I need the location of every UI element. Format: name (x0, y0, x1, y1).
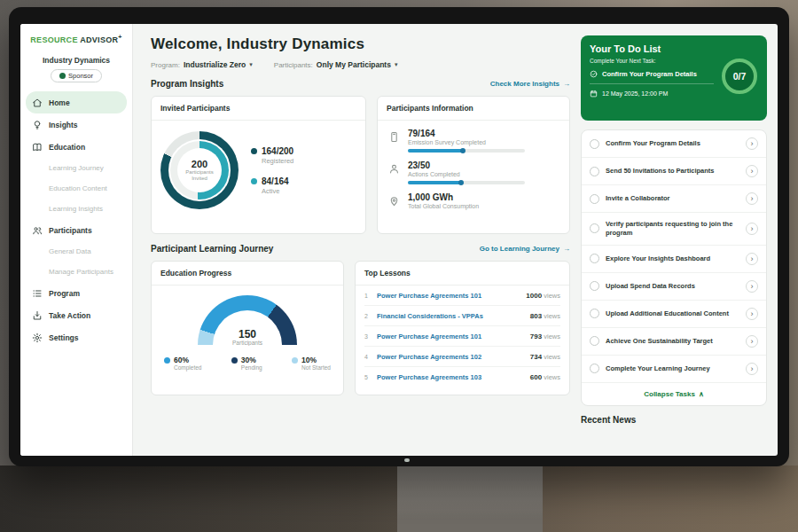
sidebar-item-home[interactable]: Home (26, 91, 127, 113)
invited-donut-chart: 200 Participants Invited (160, 131, 239, 209)
chevron-right-icon[interactable]: › (746, 280, 758, 293)
lesson-row[interactable]: 1 Power Purchase Agreements 101 1000 vie… (364, 286, 560, 306)
task-row[interactable]: Achieve One Sustainability Target › (582, 328, 766, 356)
legend-registered: 164/200 Registered (251, 146, 293, 165)
arrow-right-icon: → (563, 245, 570, 253)
sponsor-icon (59, 73, 66, 79)
learning-journey-title: Participant Learning Journey (151, 244, 273, 254)
org-name: Industry Dynamics (20, 56, 132, 65)
power-led (404, 458, 410, 462)
task-row[interactable]: Confirm Your Program Details › (582, 130, 766, 158)
stat-global-consumption: 1,000 GWh Total Global Consumption (388, 192, 559, 209)
participants-filter-value: Only My Participants (317, 60, 391, 69)
sidebar-item-general-data[interactable]: General Data (20, 241, 132, 262)
arrow-right-icon: → (563, 80, 570, 88)
recent-news-title: Recent News (581, 415, 767, 425)
go-to-learning-journey-link[interactable]: Go to Learning Journey → (480, 245, 570, 253)
program-filter[interactable]: Program: Industrialize Zero ▾ (151, 60, 253, 69)
chevron-right-icon[interactable]: › (746, 308, 758, 320)
sidebar-item-education[interactable]: Education (26, 136, 127, 158)
task-checkbox[interactable] (590, 139, 599, 149)
chevron-right-icon[interactable]: › (746, 192, 758, 205)
program-filter-label: Program: (151, 61, 180, 69)
sponsor-badge[interactable]: Sponsor (51, 69, 102, 82)
chevron-right-icon[interactable]: › (746, 253, 758, 265)
task-row[interactable]: Complete Your Learning Journey › (582, 356, 766, 383)
card-title: Participants Information (378, 97, 569, 121)
sidebar-item-learning-insights[interactable]: Learning Insights (20, 199, 132, 219)
sidebar-item-label: Program (49, 289, 80, 298)
sidebar-subitem-label: Education Content (49, 184, 107, 192)
task-checkbox[interactable] (590, 167, 599, 176)
task-checkbox[interactable] (590, 194, 599, 204)
collapse-tasks-link[interactable]: Collapse Tasks ∧ (582, 383, 766, 405)
sidebar-item-manage-participants[interactable]: Manage Participants (20, 262, 132, 282)
logo-advisor: ADVISOR (80, 35, 118, 44)
task-row[interactable]: Upload Spend Data Records › (582, 273, 766, 301)
sidebar-item-participants[interactable]: Participants (26, 219, 127, 241)
chevron-right-icon[interactable]: › (746, 335, 758, 348)
card-title: Invited Participants (152, 97, 365, 121)
task-row[interactable]: Explore Your Insights Dashboard › (582, 246, 766, 273)
sidebar-item-program[interactable]: Program (26, 282, 127, 304)
lesson-link[interactable]: Power Purchase Agreements 101 (377, 292, 520, 300)
completed-dot-icon (164, 357, 170, 364)
todo-title: Your To Do List (590, 43, 758, 54)
sidebar-item-settings[interactable]: Settings (26, 326, 127, 348)
participants-filter[interactable]: Participants: Only My Participants ▾ (274, 60, 398, 69)
lesson-row[interactable]: 2 Financial Considerations - VPPAs 803 v… (364, 306, 560, 326)
lesson-link[interactable]: Power Purchase Agreements 101 (377, 332, 524, 340)
task-checkbox[interactable] (590, 223, 599, 233)
chevron-right-icon[interactable]: › (746, 137, 758, 150)
card-title: Top Lessons (356, 262, 569, 286)
task-row[interactable]: Upload Additional Educational Content › (582, 301, 766, 328)
task-checkbox[interactable] (590, 254, 599, 263)
chevron-right-icon[interactable]: › (746, 363, 758, 375)
lesson-row[interactable]: 5 Power Purchase Agreements 103 600 view… (364, 367, 560, 387)
not-started-dot-icon (292, 357, 298, 364)
gauge-center-value: 150 (198, 329, 297, 340)
donut-center-label: Participants Invited (182, 169, 217, 183)
sidebar-subitem-label: Learning Journey (49, 164, 104, 172)
check-more-insights-link[interactable]: Check More Insights → (490, 80, 570, 88)
lesson-row[interactable]: 4 Power Purchase Agreements 102 734 view… (364, 347, 560, 367)
book-icon (32, 142, 43, 153)
people-icon (32, 225, 43, 236)
legend-completed: 60% Completed (164, 356, 201, 371)
todo-next-task[interactable]: Confirm Your Program Details (590, 70, 714, 84)
stat-emission-survey: 79/164 Emission Survey Completed (388, 129, 559, 153)
lesson-link[interactable]: Financial Considerations - VPPAs (377, 312, 524, 320)
main-content: Welcome, Industry Dynamics Program: Indu… (133, 24, 581, 456)
card-title: Education Progress (152, 262, 343, 286)
task-checkbox[interactable] (590, 364, 599, 373)
person-icon (388, 162, 400, 174)
task-row[interactable]: Verify participants requesting to join t… (582, 213, 766, 246)
program-insights-title: Program Insights (151, 79, 223, 89)
lesson-row[interactable]: 3 Power Purchase Agreements 101 793 view… (364, 326, 560, 347)
task-checkbox[interactable] (590, 281, 599, 291)
home-icon (32, 98, 43, 108)
app-logo: RESOURCE ADVISOR+ (20, 34, 132, 44)
sidebar-item-label: Take Action (49, 311, 90, 320)
monitor-bezel: RESOURCE ADVISOR+ Industry Dynamics Spon… (9, 7, 789, 466)
task-row[interactable]: Send 50 Invitations to Participants › (582, 158, 766, 185)
task-checkbox[interactable] (590, 336, 599, 346)
location-pin-icon (388, 194, 400, 206)
chevron-down-icon: ▾ (395, 61, 398, 68)
lesson-link[interactable]: Power Purchase Agreements 103 (377, 373, 524, 381)
sidebar-item-education-content[interactable]: Education Content (20, 178, 132, 199)
sidebar-item-learning-journey[interactable]: Learning Journey (20, 158, 132, 178)
chevron-right-icon[interactable]: › (746, 223, 758, 235)
lesson-link[interactable]: Power Purchase Agreements 102 (377, 353, 524, 361)
task-row[interactable]: Invite a Collaborator › (582, 185, 766, 213)
program-filter-value: Industrialize Zero (184, 60, 246, 69)
collapse-caret-icon: ∧ (699, 390, 704, 398)
sidebar-item-insights[interactable]: Insights (26, 113, 127, 136)
sidebar-subitem-label: Manage Participants (49, 268, 113, 276)
task-checkbox[interactable] (590, 309, 599, 318)
chevron-right-icon[interactable]: › (746, 165, 758, 177)
sidebar-item-take-action[interactable]: Take Action (26, 304, 127, 326)
todo-panel: Your To Do List Complete Your Next Task:… (581, 24, 778, 456)
emission-progress-bar (408, 149, 525, 153)
sidebar-item-label: Participants (49, 226, 92, 235)
